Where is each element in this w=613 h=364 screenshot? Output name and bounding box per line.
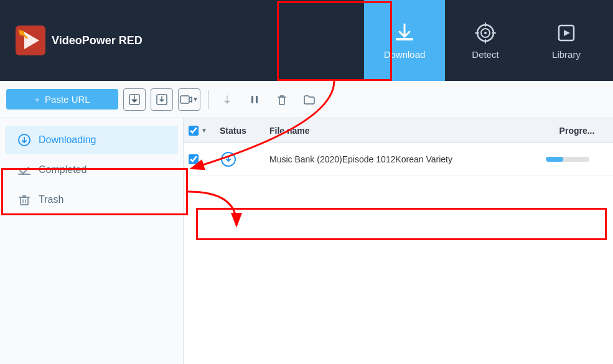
folder-icon <box>303 93 316 106</box>
detect-icon <box>474 22 497 44</box>
download-icon <box>393 22 416 44</box>
video-icon <box>180 93 192 106</box>
tab-download[interactable]: Download <box>364 0 445 81</box>
pause-button[interactable] <box>243 88 266 111</box>
file-name-cell: Music Bank (2020)Episode 1012Korean Vari… <box>269 154 546 164</box>
header: VideoPower RED Download <box>0 0 613 81</box>
svg-rect-16 <box>251 96 253 103</box>
app-logo <box>16 26 45 55</box>
table-row: Music Bank (2020)Episode 1012Korean Vari… <box>184 143 613 175</box>
svg-point-6 <box>484 32 487 34</box>
open-folder-button[interactable] <box>298 88 321 111</box>
trash-icon <box>276 93 288 106</box>
sidebar-item-trash[interactable]: Trash <box>5 185 178 214</box>
download-button[interactable] <box>151 88 173 111</box>
add-download-button[interactable] <box>123 88 146 111</box>
toolbar-separator <box>208 90 208 109</box>
content-area: ▼ Status File name Progre... <box>184 118 613 364</box>
select-all-checkbox[interactable] <box>189 126 199 136</box>
progress-column-header: Progre... <box>546 126 608 136</box>
svg-rect-17 <box>256 96 258 103</box>
progress-fill <box>546 157 563 162</box>
completed-icon <box>17 163 31 177</box>
svg-rect-15 <box>180 96 189 103</box>
paste-url-button[interactable]: + Paste URL <box>6 89 118 110</box>
video-format-button[interactable]: ▼ <box>178 88 200 111</box>
toolbar: + Paste URL ▼ <box>0 81 613 118</box>
filename-column-header: File name <box>269 126 546 136</box>
new-download-icon <box>128 93 141 106</box>
logo-area: VideoPower RED <box>6 26 152 55</box>
pause-icon <box>248 93 261 106</box>
download-toolbar-icon <box>156 93 168 106</box>
row-checkbox[interactable] <box>189 154 199 164</box>
svg-marker-12 <box>564 30 570 36</box>
svg-point-2 <box>19 30 24 35</box>
sidebar: Downloading Completed Trash <box>0 118 184 364</box>
sidebar-item-downloading[interactable]: Downloading <box>5 126 178 154</box>
tab-library[interactable]: Library <box>526 0 607 81</box>
move-down-icon <box>221 93 233 106</box>
trash-sidebar-icon <box>17 193 31 207</box>
tab-detect[interactable]: Detect <box>445 0 526 81</box>
status-column-header: Status <box>220 126 269 136</box>
main-content: Downloading Completed Trash <box>0 118 613 364</box>
nav-tabs: Download Detect <box>364 0 607 81</box>
library-icon <box>555 22 578 44</box>
delete-button[interactable] <box>271 88 293 111</box>
status-icon <box>220 151 237 168</box>
table-header: ▼ Status File name Progre... <box>184 118 613 143</box>
move-down-button[interactable] <box>216 88 238 111</box>
sidebar-item-completed[interactable]: Completed <box>5 156 178 184</box>
progress-bar <box>546 157 589 162</box>
downloading-icon <box>17 133 31 147</box>
svg-rect-3 <box>396 38 413 40</box>
app-name: VideoPower RED <box>52 34 143 47</box>
